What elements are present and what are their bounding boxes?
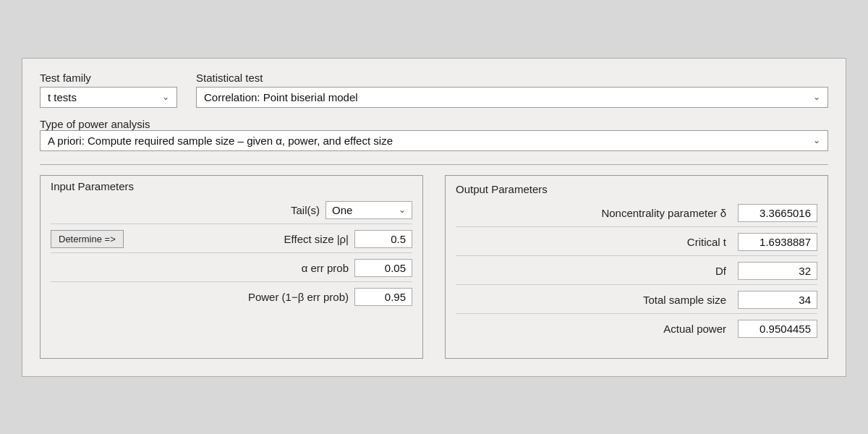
test-family-group: Test family t tests ⌄: [40, 72, 184, 108]
df-value: 32: [738, 262, 817, 280]
test-family-dropdown[interactable]: t tests ⌄: [40, 87, 177, 108]
total-sample-value: 34: [738, 291, 817, 309]
power-analysis-dropdown[interactable]: A priori: Compute required sample size –…: [40, 130, 828, 151]
tails-row: Tail(s) One ⌄: [51, 201, 412, 224]
power-analysis-section: Type of power analysis A priori: Compute…: [40, 118, 828, 151]
input-parameters-section: Input Parameters Tail(s) One ⌄ Determine…: [40, 175, 423, 359]
critical-t-label: Critical t: [687, 236, 738, 248]
chevron-down-icon: ⌄: [399, 205, 406, 215]
df-row: Df 32: [456, 262, 817, 285]
output-parameters-title: Output Parameters: [456, 183, 817, 195]
test-family-label: Test family: [40, 72, 184, 84]
power-analysis-label: Type of power analysis: [40, 118, 150, 130]
alpha-row: α err prob 0.05: [51, 259, 412, 282]
alpha-label: α err prob: [51, 262, 354, 274]
actual-power-row: Actual power 0.9504455: [456, 320, 817, 342]
output-parameters-section: Output Parameters Noncentrality paramete…: [445, 175, 828, 359]
power-row: Power (1−β err prob) 0.95: [51, 288, 412, 310]
chevron-down-icon: ⌄: [813, 92, 820, 102]
effect-size-label: Effect size |ρ|: [129, 233, 354, 245]
critical-t-value: 1.6938887: [738, 233, 817, 251]
tails-label: Tail(s): [51, 204, 326, 216]
critical-t-row: Critical t 1.6938887: [456, 233, 817, 256]
effect-size-row: Determine => Effect size |ρ| 0.5: [51, 230, 412, 253]
statistical-test-dropdown[interactable]: Correlation: Point biserial model ⌄: [196, 87, 828, 108]
power-analysis-value: A priori: Compute required sample size –…: [48, 135, 393, 147]
noncentrality-row: Noncentrality parameter δ 3.3665016: [456, 204, 817, 227]
divider: [40, 164, 828, 165]
effect-size-value[interactable]: 0.5: [354, 230, 412, 248]
total-sample-row: Total sample size 34: [456, 291, 817, 314]
params-row: Input Parameters Tail(s) One ⌄ Determine…: [40, 175, 828, 359]
statistical-test-label: Statistical test: [196, 72, 828, 84]
main-container: Test family t tests ⌄ Statistical test C…: [22, 58, 846, 377]
total-sample-label: Total sample size: [643, 294, 738, 306]
power-value[interactable]: 0.95: [354, 288, 412, 306]
statistical-test-value: Correlation: Point biserial model: [204, 91, 358, 103]
tails-value: One: [332, 204, 352, 216]
top-row: Test family t tests ⌄ Statistical test C…: [40, 72, 828, 108]
tails-dropdown[interactable]: One ⌄: [326, 201, 412, 219]
determine-button[interactable]: Determine =>: [51, 230, 124, 248]
noncentrality-label: Noncentrality parameter δ: [601, 207, 738, 219]
noncentrality-value: 3.3665016: [738, 204, 817, 222]
df-label: Df: [715, 265, 738, 277]
test-family-value: t tests: [48, 91, 77, 103]
chevron-down-icon: ⌄: [162, 92, 169, 102]
actual-power-value: 0.9504455: [738, 320, 817, 338]
chevron-down-icon: ⌄: [813, 135, 820, 145]
statistical-test-group: Statistical test Correlation: Point bise…: [196, 72, 828, 108]
alpha-value[interactable]: 0.05: [354, 259, 412, 277]
actual-power-label: Actual power: [663, 323, 738, 335]
power-label: Power (1−β err prob): [51, 291, 354, 303]
input-parameters-title: Input Parameters: [51, 180, 412, 192]
